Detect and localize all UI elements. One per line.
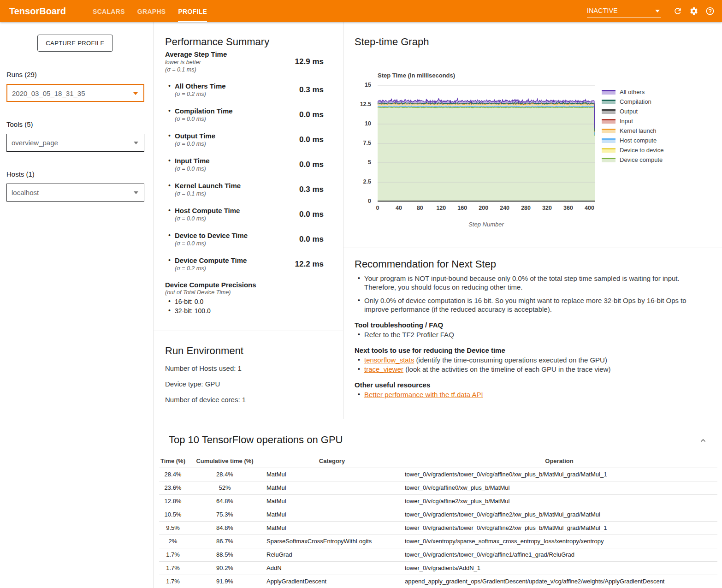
cell-cumulative: 86.7%	[187, 535, 263, 548]
legend-entry: Output	[602, 107, 663, 116]
bullet-icon: •	[165, 306, 175, 315]
legend-label: Device compute	[620, 156, 663, 163]
metric-label: Compilation Time	[175, 107, 233, 115]
step-time-graph-section: Step-time Graph Step Time (in millisecon…	[343, 22, 722, 248]
sidebar: CAPTURE PROFILE Runs (29) 2020_03_05_18_…	[0, 22, 154, 588]
metric-row: • Compilation Time (σ = 0.0 ms) 0.0 ms	[165, 107, 324, 123]
metric-label: Device Compute Time	[175, 256, 247, 265]
recommendation-section: Recommendation for Next Step •Your progr…	[343, 248, 722, 419]
cell-time: 2%	[159, 535, 187, 548]
tools-select[interactable]: overview_page	[6, 134, 144, 152]
cell-operation: tower_0/v/cg/affine2/xw_plus_b/MatMul	[401, 494, 717, 508]
resource-link[interactable]: Better performance with the tf.data API	[364, 391, 483, 398]
precisions-title: Device Compute Precisions	[165, 281, 324, 289]
precisions-list: •16-bit: 0.0 •32-bit: 100.0	[165, 297, 324, 315]
next-tools-title: Next tools to use for reducing the Devic…	[355, 346, 711, 354]
help-icon[interactable]	[705, 6, 715, 16]
run-environment-section: Run Environment Number of Hosts used: 1D…	[154, 331, 343, 419]
faq-title: Tool troubleshooting / FAQ	[355, 321, 711, 329]
x-tick-label: 200	[473, 205, 494, 211]
legend-label: Kernel launch	[620, 127, 657, 134]
cell-time: 28.4%	[159, 468, 187, 481]
metric-row: • Kernel Launch Time (σ = 0.1 ms) 0.3 ms	[165, 181, 324, 197]
cell-category: MatMul	[263, 468, 401, 481]
tab-profile[interactable]: PROFILE	[178, 0, 207, 22]
bullet-icon: •	[355, 330, 364, 339]
runs-select[interactable]: 2020_03_05_18_31_35	[6, 84, 144, 102]
legend-entry: Compilation	[602, 97, 663, 107]
legend-swatch-icon	[602, 129, 615, 133]
average-step-time-sigma: (σ = 0.1 ms)	[165, 66, 227, 73]
tools-label: Tools (5)	[6, 120, 33, 128]
status-dropdown-value: INACTIVE	[587, 7, 618, 14]
x-tick-label: 40	[389, 205, 409, 211]
metric-label: Device to Device Time	[175, 231, 248, 240]
top-ops-section: Top 10 TensorFlow operations on GPU Time…	[154, 419, 722, 588]
capture-profile-button[interactable]: CAPTURE PROFILE	[37, 35, 113, 52]
cell-operation: tower_0/v/xentropy/sparse_softmax_cross_…	[401, 535, 717, 548]
cell-operation: tower_0/v/gradients/tower_0/v/cg/affine2…	[401, 521, 717, 535]
table-header-row: Time (%)Cumulative time (%)CategoryOpera…	[159, 455, 717, 468]
cell-time: 1.7%	[159, 575, 187, 588]
cell-time: 12.8%	[159, 494, 187, 508]
refresh-icon[interactable]	[673, 6, 682, 16]
table-row: 28.4% 28.4% MatMul tower_0/v/gradients/t…	[159, 468, 717, 481]
table-row: 10.5% 75.3% MatMul tower_0/v/gradients/t…	[159, 508, 717, 521]
hosts-label: Hosts (1)	[6, 170, 35, 178]
legend-entry: All others	[602, 87, 663, 97]
metric-sigma: (σ = 0.0 ms)	[175, 115, 233, 123]
recommendation-bullets: •Your program is NOT input-bound because…	[355, 274, 711, 314]
y-tick-label: 0	[343, 198, 371, 204]
tool-link[interactable]: tensorflow_stats	[364, 356, 414, 364]
metric-value: 0.0 ms	[299, 135, 324, 144]
tool-link[interactable]: trace_viewer	[364, 365, 403, 373]
settings-gear-icon[interactable]	[689, 6, 698, 16]
cell-cumulative: 52%	[187, 481, 263, 494]
column-header: Cumulative time (%)	[187, 455, 263, 468]
status-dropdown[interactable]: INACTIVE	[587, 4, 661, 18]
recommendation-bullet: •Only 0.0% of device computation is 16 b…	[355, 296, 711, 314]
collapse-chevron-up-icon[interactable]	[699, 437, 707, 445]
metric-value: 0.0 ms	[299, 110, 324, 119]
tab-graphs[interactable]: GRAPHS	[137, 0, 166, 22]
metric-value: 0.0 ms	[299, 210, 324, 219]
y-tick-label: 5	[343, 159, 371, 166]
bullet-icon: •	[355, 356, 364, 364]
bullet-icon: •	[165, 231, 175, 240]
chevron-down-icon	[655, 10, 660, 12]
precision-item: •32-bit: 100.0	[165, 306, 324, 315]
metric-label: Kernel Launch Time	[175, 181, 241, 190]
legend-swatch-icon	[602, 138, 615, 143]
legend-entry: Device to device	[602, 145, 663, 155]
metric-row: • Output Time (σ = 0.0 ms) 0.0 ms	[165, 131, 324, 148]
cell-operation: tower_0/v/gradients/tower_0/v/cg/affine2…	[401, 508, 717, 521]
faq-item: •Refer to the TF2 Profiler FAQ	[355, 330, 711, 339]
env-item: Number of device cores: 1	[165, 396, 246, 404]
bullet-icon: •	[165, 107, 175, 115]
cell-category: MatMul	[263, 521, 401, 535]
bullet-icon: •	[165, 206, 175, 215]
metric-sigma: (σ = 0.2 ms)	[175, 265, 247, 272]
legend-swatch-icon	[602, 109, 615, 114]
x-tick-label: 360	[558, 205, 578, 211]
metric-value: 0.0 ms	[299, 160, 324, 169]
y-tick-label: 12.5	[343, 101, 371, 107]
y-tick-label: 2.5	[343, 178, 371, 185]
navbar-tabs: SCALARSGRAPHSPROFILE	[93, 0, 207, 22]
chevron-down-icon	[134, 191, 138, 194]
env-item: Device type: GPU	[165, 380, 246, 388]
metric-sigma: (σ = 0.2 ms)	[175, 90, 226, 98]
hosts-select[interactable]: localhost	[6, 184, 144, 202]
performance-summary-body: Average Step Time lower is better (σ = 0…	[165, 50, 324, 315]
average-step-time-value: 12.9 ms	[295, 57, 324, 66]
legend-label: Output	[620, 108, 638, 115]
column-header: Time (%)	[159, 455, 187, 468]
legend-swatch-icon	[602, 148, 615, 153]
next-tool-item: • trace_viewer (look at the activities o…	[355, 365, 711, 374]
legend-swatch-icon	[602, 158, 615, 162]
other-resources-items: • Better performance with the tf.data AP…	[355, 390, 711, 399]
legend-entry: Host compute	[602, 136, 663, 145]
metric-row: • Host Compute Time (σ = 0.0 ms) 0.0 ms	[165, 206, 324, 222]
tab-scalars[interactable]: SCALARS	[93, 0, 125, 22]
metric-sigma: (σ = 0.0 ms)	[175, 140, 215, 148]
